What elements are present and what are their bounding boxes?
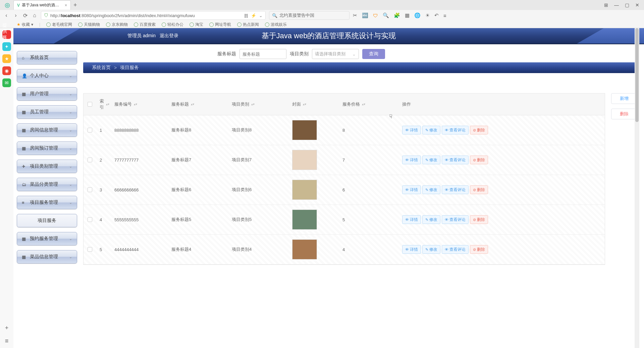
rail-list-icon[interactable]: ≡ [5,338,9,345]
search-button[interactable]: 查询 [362,49,385,59]
row-checkbox[interactable] [84,115,96,145]
th-checkbox[interactable] [84,94,96,115]
delete-button[interactable]: ⊘删除 [470,185,488,194]
rail-mail-icon[interactable]: ✉ [2,78,11,87]
th-index[interactable]: 索引▴▾ [96,94,111,115]
rail-app2-icon[interactable]: ★ [2,54,11,63]
row-checkbox[interactable] [84,205,96,234]
row-checkbox[interactable] [84,235,96,264]
detail-button[interactable]: 👁详情 [402,126,421,134]
sidebar-item[interactable]: ▦员工管理⌄ [17,105,77,119]
sidebar-item[interactable]: ▦用户管理⌄ [17,87,77,101]
menu-icon[interactable]: ≡ [443,13,446,18]
bookmarks-label[interactable]: ★收藏 ▾ [17,22,33,27]
bookmark-item[interactable]: 老毛桃官网 [46,22,72,27]
url-bar[interactable]: ⛉ http://localhost:8080/springbootv2fvn/… [41,11,266,20]
sidebar-item[interactable]: 🗂菜品分类管理⌄ [17,178,77,191]
comments-button[interactable]: 👁查看评论 [442,156,469,164]
edit-button[interactable]: ✎修改 [422,245,440,254]
rail-app1-icon[interactable]: ✦ [2,42,11,51]
fast-icon[interactable]: ⚡ [251,13,256,18]
close-tab-icon[interactable]: × [65,3,67,8]
extension-icon[interactable]: ⊞ [604,2,608,8]
bookmark-item[interactable]: 百度搜索 [134,22,156,27]
th-price[interactable]: 服务价格▴▾ [339,94,399,115]
scissors-icon[interactable]: ✂ [353,12,357,18]
page-scrollbar[interactable] [635,28,639,348]
row-checkbox[interactable] [84,145,96,175]
cell-operations: 👁详情✎修改👁查看评论⊘删除 [399,205,605,234]
cell-price: 4 [339,235,399,264]
th-title[interactable]: 服务标题▴▾ [168,94,228,115]
sidebar-item[interactable]: 项目服务 [17,214,77,227]
sidebar-item[interactable]: ▦菜品信息管理⌄ [17,250,77,264]
sidebar-item[interactable]: ▦房间信息管理⌄ [17,123,77,137]
sidebar-item[interactable]: ⌂系统首页 [17,51,77,64]
th-category[interactable]: 项目类别▴▾ [228,94,289,115]
bookmark-item[interactable]: 网址导航 [209,22,231,27]
reload-button[interactable]: ⟳ [22,12,28,19]
home-button[interactable]: ⌂ [32,12,38,18]
delete-button[interactable]: ⊘删除 [470,156,488,164]
close-window-icon[interactable]: ✕ [635,2,639,8]
new-tab-button[interactable]: + [73,2,77,9]
bookmark-item[interactable]: 轻松办公 [162,22,183,27]
sidebar-item[interactable]: 👤个人中心⌄ [17,69,77,82]
gear-icon[interactable]: ☀ [425,12,430,18]
detail-button[interactable]: 👁详情 [402,245,421,254]
filter-cat-select[interactable]: 请选择项目类别 ⌄ [312,49,359,59]
puzzle-icon[interactable]: 🧩 [394,12,400,18]
edit-button[interactable]: ✎修改 [422,156,440,164]
grid-icon[interactable]: ▦ [405,12,410,18]
rail-weibo-icon[interactable]: ◉ [2,66,11,75]
security-icon[interactable]: 🛡 [373,13,378,18]
table-row: 27777777777服务标题7项目类别77👁详情✎修改👁查看评论⊘删除 [84,145,605,175]
bookmark-item[interactable]: 淘宝 [190,22,203,27]
sidebar-item[interactable]: ≡项目服务管理⌄ [17,196,77,209]
filter-title-input[interactable] [239,49,286,59]
comments-button[interactable]: 👁查看评论 [442,185,469,194]
edit-button[interactable]: ✎修改 [422,126,440,134]
bookmark-item[interactable]: 游戏娱乐 [265,22,287,27]
detail-button[interactable]: 👁详情 [402,185,421,194]
bulk-delete-button[interactable]: 删除 [611,109,637,119]
sidebar-item[interactable]: ✈项目类别管理⌄ [17,160,77,173]
row-checkbox[interactable] [84,175,96,205]
maximize-icon[interactable]: ▢ [625,2,629,8]
chevron-down-icon: ⌄ [69,74,72,78]
forward-button[interactable]: › [13,12,19,18]
sidebar-item[interactable]: ▦预约服务管理⌄ [17,232,77,245]
chevron-down-icon[interactable]: ⌄ [259,13,263,18]
edit-button[interactable]: ✎修改 [422,185,440,194]
comments-button[interactable]: 👁查看评论 [442,215,469,224]
delete-button[interactable]: ⊘删除 [470,245,488,254]
translate-tool-icon[interactable]: 🔤 [362,12,368,18]
breadcrumb-home[interactable]: 系统首页 [92,65,111,71]
bookmark-item[interactable]: 天猫购物 [78,22,100,27]
rail-add-icon[interactable]: + [5,325,9,332]
comments-button[interactable]: 👁查看评论 [442,245,469,254]
detail-button[interactable]: 👁详情 [402,156,421,164]
comments-button[interactable]: 👁查看评论 [442,126,469,134]
logout-link[interactable]: 退出登录 [160,33,178,38]
undo-icon[interactable]: ↶ [434,12,439,18]
bookmark-item[interactable]: 京东购物 [106,22,128,27]
menu-icon: 👤 [22,73,27,78]
back-button[interactable]: ‹ [3,12,9,18]
minimize-icon[interactable]: — [614,2,619,8]
th-cover[interactable]: 封面▴▾ [289,94,339,115]
globe-icon[interactable]: 🌐 [414,12,421,18]
translate-icon[interactable]: ䷇ [244,13,248,18]
rail-login-icon[interactable]: 提供账号 [2,30,11,39]
zoom-icon[interactable]: 🔍 [383,12,389,18]
browser-tab[interactable]: V 基于Java web的酒店管理系统设... × [13,0,71,10]
search-box[interactable]: 🔍 北约直接警告中国 [269,11,350,20]
edit-button[interactable]: ✎修改 [422,215,440,224]
th-code[interactable]: 服务编号▴▾ [111,94,168,115]
sidebar-item[interactable]: ▦房间预订管理⌄ [17,141,77,155]
detail-button[interactable]: 👁详情 [402,215,421,224]
delete-button[interactable]: ⊘删除 [470,126,488,134]
delete-button[interactable]: ⊘删除 [470,215,488,224]
add-button[interactable]: 新增 [611,93,637,104]
bookmark-item[interactable]: 热点新闻 [237,22,259,27]
